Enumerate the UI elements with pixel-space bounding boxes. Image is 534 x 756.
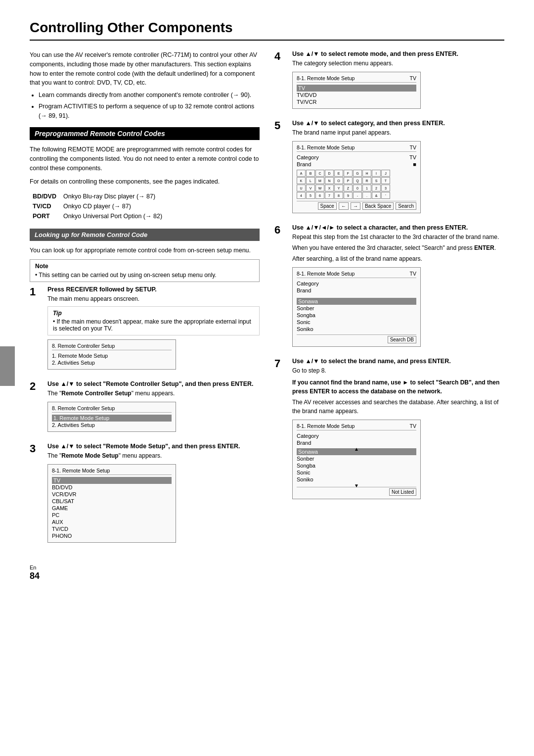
step-6-body3: After searching, a list of the brand nam… <box>292 254 504 263</box>
right-column: 4 Use ▲/▼ to select remote mode, and the… <box>274 50 504 554</box>
screen-header-left: 8-1. Remote Mode Setup <box>52 468 110 473</box>
category-row: Category <box>297 432 416 439</box>
step-6-screen: 8-1. Remote Mode Setup TV Category Brand… <box>292 267 421 347</box>
preprogrammed-body2: For details on controlling these compone… <box>30 177 260 187</box>
screen-row: Sonic <box>297 469 416 476</box>
step-3: 3 Use ▲/▼ to select "Remote Mode Setup",… <box>30 443 260 547</box>
screen-header: 8. Remote Controller Setup <box>52 405 172 413</box>
step-3-body: The "Remote Mode Setup" menu appears. <box>47 451 260 460</box>
step-6-number: 6 <box>274 224 288 351</box>
screen-header-left: 8. Remote Controller Setup <box>52 405 115 411</box>
tip-title: Tip <box>53 310 254 317</box>
intro-text: You can use the AV receiver's remote con… <box>30 50 260 120</box>
screen-row: AUX <box>52 519 172 525</box>
footer-btn-backspace[interactable]: Back Space <box>362 202 394 210</box>
category-label: Category <box>297 154 319 160</box>
screen-row: Songba <box>297 462 416 469</box>
screen-row: PC <box>52 512 172 519</box>
device-label: PORT <box>31 212 60 221</box>
step-1-content: Press RECEIVER followed by SETUP. The ma… <box>47 286 260 374</box>
step-6: 6 Use ▲/▼/◄/► to select a character, and… <box>274 224 504 351</box>
tip-body: • If the main menu doesn't appear, make … <box>53 318 254 332</box>
footer-btn-search[interactable]: Search <box>396 202 416 210</box>
screen-header: 8-1. Remote Mode Setup TV <box>297 271 416 278</box>
intro-paragraph: You can use the AV receiver's remote con… <box>30 50 260 88</box>
device-row: PORT Onkyo Universal Port Option (→ 82) <box>31 212 164 221</box>
screen-row-selected: TV <box>297 85 416 92</box>
screen-header-left: 8-1. Remote Mode Setup <box>297 271 355 277</box>
step-2-title: Use ▲/▼ to select "Remote Controller Set… <box>47 380 260 387</box>
step-7-body3: The AV receiver accesses and searches th… <box>292 398 504 416</box>
note-title: Note <box>35 263 254 270</box>
step-7-screen: 8-1. Remote Mode Setup TV Category Brand… <box>292 420 421 499</box>
sidebar-tab <box>0 346 15 386</box>
page-number: 84 <box>30 571 40 581</box>
left-column: You can use the AV receiver's remote con… <box>30 50 260 554</box>
page-title: Controlling Other Components <box>30 20 504 41</box>
step-2-screen: 8. Remote Controller Setup 1. Remote Mod… <box>47 402 176 432</box>
screen-header-left: 8-1. Remote Mode Setup <box>297 144 355 150</box>
brand-label: Brand <box>297 287 311 293</box>
step-7: 7 Use ▲/▼ to select the brand name, and … <box>274 358 504 503</box>
screen-row: 2. Activities Setup <box>52 422 172 428</box>
screen-row: CBL/SAT <box>52 498 172 505</box>
screen-row: BD/DVD <box>52 484 172 491</box>
device-table: BD/DVD Onkyo Blu-ray Disc player (→ 87) … <box>30 191 165 222</box>
device-row: BD/DVD Onkyo Blu-ray Disc player (→ 87) <box>31 192 164 201</box>
screen-header-left: 8. Remote Controller Setup <box>52 343 115 349</box>
keyboard-grid: ABCDEFGHIJ KLMNOPQRST UVWXYZ0123 456789-… <box>297 170 416 199</box>
brand-label: Brand <box>297 161 311 167</box>
screen-row: TV/DVD <box>297 92 416 98</box>
screen-row-selected: 1. Remote Mode Setup <box>52 415 172 422</box>
screen-row: Sonber <box>297 455 416 462</box>
category-row: Category <box>297 280 416 287</box>
preprogrammed-header: Preprogrammed Remote Control Codes <box>30 127 260 140</box>
intro-bullet-1: Learn commands directly from another com… <box>39 91 260 100</box>
step-7-body2: If you cannot find the brand name, use ►… <box>292 378 504 396</box>
step-1: 1 Press RECEIVER followed by SETUP. The … <box>30 286 260 374</box>
screen-row: VCR/DVR <box>52 491 172 498</box>
footer-btn-searchdb[interactable]: Search DB <box>388 336 416 343</box>
footer-btn-space[interactable]: Space <box>318 202 337 210</box>
screen-row: 1. Remote Mode Setup <box>52 352 172 359</box>
footer-btn-notlisted[interactable]: Not Listed <box>389 488 416 496</box>
step-7-body1: Go to step 8. <box>292 366 504 375</box>
category-value: TV <box>409 154 416 160</box>
step-4-title: Use ▲/▼ to select remote mode, and then … <box>292 50 504 57</box>
step-4-screen: 8-1. Remote Mode Setup TV TV TV/DVD TV/V… <box>292 72 421 109</box>
looking-up-header: Looking up for Remote Control Code <box>30 229 260 241</box>
screen-row: TV/VCR <box>297 98 416 105</box>
brand-label: Brand <box>297 440 311 446</box>
screen-header-right: TV <box>410 75 416 81</box>
note-body: • This setting can be carried out by usi… <box>35 272 254 279</box>
screen-header-right: TV <box>410 271 416 277</box>
screen-header-left: 8-1. Remote Mode Setup <box>297 423 355 429</box>
category-row: Category TV <box>297 154 416 161</box>
footer-btn-left[interactable]: ← <box>339 202 349 210</box>
device-row: TV/CD Onkyo CD player (→ 87) <box>31 202 164 211</box>
screen-header-right: TV <box>410 423 416 429</box>
brand-value: ■ <box>413 161 416 167</box>
intro-bullet-2: Program ACTIVITIES to perform a sequence… <box>39 102 260 121</box>
step-2: 2 Use ▲/▼ to select "Remote Controller S… <box>30 380 260 436</box>
screen-row: PHONO <box>52 532 172 539</box>
brand-row: Brand <box>297 287 416 294</box>
screen-header: 8-1. Remote Mode Setup TV <box>297 144 416 152</box>
step-4-number: 4 <box>274 50 288 113</box>
preprogrammed-body1: The following REMOTE MODE are preprogram… <box>30 145 260 173</box>
step-3-content: Use ▲/▼ to select "Remote Mode Setup", a… <box>47 443 260 547</box>
scroll-down-arrow: ▼ <box>297 483 416 485</box>
step-4-content: Use ▲/▼ to select remote mode, and then … <box>292 50 504 113</box>
step-2-body: The "Remote Controller Setup" menu appea… <box>47 389 260 398</box>
footer-btn-right[interactable]: → <box>351 202 360 210</box>
note-box: Note • This setting can be carried out b… <box>30 259 260 282</box>
step-1-screen: 8. Remote Controller Setup 1. Remote Mod… <box>47 339 176 370</box>
step-3-number: 3 <box>30 443 44 547</box>
screen-header: 8-1. Remote Mode Setup <box>52 468 172 475</box>
step-6-content: Use ▲/▼/◄/► to select a character, and t… <box>292 224 504 351</box>
device-desc: Onkyo Blu-ray Disc player (→ 87) <box>61 192 164 201</box>
step-7-content: Use ▲/▼ to select the brand name, and pr… <box>292 358 504 503</box>
screen-footer: Search DB <box>297 334 416 343</box>
device-desc: Onkyo Universal Port Option (→ 82) <box>61 212 164 221</box>
screen-header-left: 8-1. Remote Mode Setup <box>297 75 355 81</box>
